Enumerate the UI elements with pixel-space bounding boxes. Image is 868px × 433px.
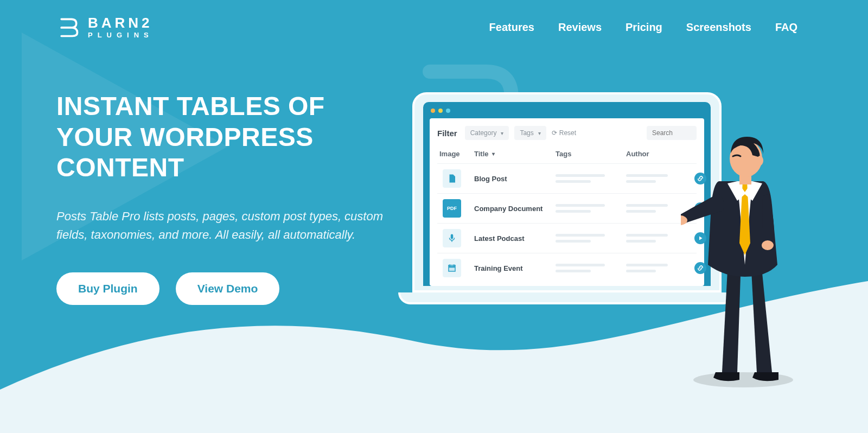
brand-sub: PLUGINS: [88, 31, 154, 40]
col-author[interactable]: Author: [626, 150, 686, 158]
filter-tags[interactable]: Tags ▾: [514, 126, 546, 140]
svg-rect-1: [449, 268, 455, 272]
presenter-illustration: [681, 129, 806, 390]
calendar-icon: [443, 259, 461, 277]
chevron-down-icon: ▾: [538, 130, 541, 136]
table-header: Image Title ▾ Tags Author: [437, 145, 697, 164]
nav-screenshots[interactable]: Screenshots: [686, 21, 751, 34]
author-placeholder: [626, 264, 686, 272]
hero-section: BARN2 PLUGINS Features Reviews Pricing S…: [0, 0, 868, 433]
nav-faq[interactable]: FAQ: [775, 21, 797, 34]
author-placeholder: [626, 174, 686, 183]
main-nav: Features Reviews Pricing Screenshots FAQ: [489, 21, 797, 34]
author-placeholder: [626, 204, 686, 213]
nav-pricing[interactable]: Pricing: [626, 21, 662, 34]
row-title: Training Event: [474, 264, 556, 272]
svg-point-4: [762, 240, 774, 250]
barn2-logo-icon: [56, 15, 80, 39]
tags-placeholder: [556, 264, 626, 272]
sort-icon: ▾: [492, 151, 495, 157]
doc-icon: [443, 169, 461, 188]
hero-title: INSTANT TABLES OF YOUR WORDPRESS CONTENT: [56, 91, 393, 183]
svg-point-7: [757, 156, 763, 165]
col-tags[interactable]: Tags: [556, 150, 626, 158]
hero-copy: INSTANT TABLES OF YOUR WORDPRESS CONTENT…: [56, 91, 393, 305]
row-title: Latest Podcast: [474, 234, 556, 243]
reset-icon: ⟳: [552, 129, 557, 137]
filter-reset[interactable]: ⟳ Reset: [552, 129, 576, 137]
filter-category[interactable]: Category ▾: [465, 126, 509, 140]
brand-name: BARN2: [88, 15, 154, 31]
col-image[interactable]: Image: [439, 150, 474, 158]
author-placeholder: [626, 234, 686, 243]
tags-placeholder: [556, 174, 626, 183]
table-row: Training Event: [437, 253, 697, 283]
chevron-down-icon: ▾: [501, 130, 503, 136]
pdf-icon: PDF: [443, 199, 461, 218]
brand-logo[interactable]: BARN2 PLUGINS: [56, 15, 154, 40]
table-row: Blog Post: [437, 164, 697, 194]
nav-features[interactable]: Features: [489, 21, 534, 34]
buy-plugin-button[interactable]: Buy Plugin: [56, 272, 159, 305]
window-dots: [430, 107, 704, 118]
mic-icon: [443, 229, 461, 247]
row-title: Company Document: [474, 205, 556, 213]
filter-bar: Filter Category ▾ Tags ▾ ⟳ Reset: [437, 126, 697, 140]
table-row: Latest Podcast: [437, 224, 697, 253]
hero-subtitle: Posts Table Pro lists posts, pages, cust…: [56, 207, 393, 244]
table-app: Filter Category ▾ Tags ▾ ⟳ Reset: [430, 118, 704, 286]
nav-reviews[interactable]: Reviews: [558, 21, 602, 34]
col-title[interactable]: Title ▾: [474, 150, 556, 158]
tags-placeholder: [556, 234, 626, 243]
laptop-mockup: Filter Category ▾ Tags ▾ ⟳ Reset: [412, 92, 722, 304]
row-title: Blog Post: [474, 175, 556, 183]
view-demo-button[interactable]: View Demo: [176, 272, 280, 305]
filter-label: Filter: [437, 129, 457, 138]
site-header: BARN2 PLUGINS Features Reviews Pricing S…: [0, 15, 868, 40]
tags-placeholder: [556, 204, 626, 213]
table-row: PDF Company Document: [437, 194, 697, 224]
